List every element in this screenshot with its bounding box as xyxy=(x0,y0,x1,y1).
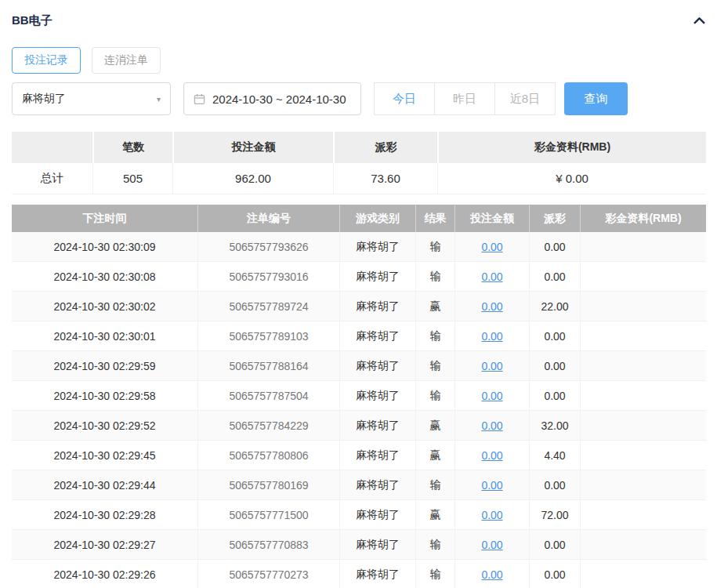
payout-cell: 0.00 xyxy=(529,321,580,350)
bet-id-cell: 5065757788164 xyxy=(197,351,339,380)
query-button[interactable]: 查询 xyxy=(564,82,628,115)
summary-total-payout: 73.60 xyxy=(333,163,437,194)
bet-amount-cell: 0.00 xyxy=(454,530,529,559)
bet-time-cell: 2024-10-30 02:29:26 xyxy=(12,560,197,588)
bet-amount-link[interactable]: 0.00 xyxy=(481,390,502,402)
chevron-down-icon: ▾ xyxy=(157,95,161,103)
bonus-cell xyxy=(580,500,706,529)
date-range-picker[interactable]: 2024-10-30 ~ 2024-10-30 xyxy=(183,82,361,115)
bet-time-cell: 2024-10-30 02:29:28 xyxy=(12,500,197,529)
quick-yesterday-button[interactable]: 昨日 xyxy=(434,82,495,115)
summary-header-empty xyxy=(12,132,92,163)
payout-cell: 0.00 xyxy=(529,470,580,499)
bet-amount-link[interactable]: 0.00 xyxy=(481,330,502,343)
game-type-cell: 麻将胡了 xyxy=(339,441,415,470)
panel-header: BB电子 xyxy=(12,13,706,28)
collapse-chevron-up-icon[interactable] xyxy=(693,14,706,27)
bet-time-cell: 2024-10-30 02:30:02 xyxy=(12,292,197,321)
bonus-cell xyxy=(580,351,706,380)
game-type-select[interactable]: 麻将胡了 ▾ xyxy=(12,82,171,115)
game-type-select-value: 麻将胡了 xyxy=(22,92,66,106)
bet-amount-link[interactable]: 0.00 xyxy=(481,509,502,521)
bb-electronics-panel: BB电子 投注记录 连消注单 麻将胡了 ▾ 2024-10-30 ~ xyxy=(0,0,717,588)
bet-time-cell: 2024-10-30 02:29:58 xyxy=(12,381,197,410)
table-row: 2024-10-30 02:29:28 5065757771500 麻将胡了 赢… xyxy=(12,500,706,530)
result-cell: 赢 xyxy=(415,411,454,440)
bet-amount-link[interactable]: 0.00 xyxy=(481,539,502,551)
payout-cell: 0.00 xyxy=(529,351,580,380)
header-bet-amount: 投注金额 xyxy=(454,205,529,232)
summary-header-row: 笔数 投注金额 派彩 彩金资料(RMB) xyxy=(12,132,706,163)
table-row: 2024-10-30 02:29:26 5065757770273 麻将胡了 输… xyxy=(12,560,706,588)
payout-cell: 72.00 xyxy=(529,500,580,529)
bet-amount-link[interactable]: 0.00 xyxy=(481,360,502,372)
bonus-cell xyxy=(580,530,706,559)
date-range-value: 2024-10-30 ~ 2024-10-30 xyxy=(212,93,346,106)
table-row: 2024-10-30 02:29:45 5065757780806 麻将胡了 赢… xyxy=(12,441,706,470)
bet-id-cell: 5065757784229 xyxy=(197,411,339,440)
table-row: 2024-10-30 02:30:09 5065757793626 麻将胡了 输… xyxy=(12,232,706,262)
bet-amount-cell: 0.00 xyxy=(454,381,529,410)
bet-amount-link[interactable]: 0.00 xyxy=(481,241,502,253)
bet-time-cell: 2024-10-30 02:29:45 xyxy=(12,441,197,470)
bet-id-cell: 5065757770273 xyxy=(197,560,339,588)
game-type-cell: 麻将胡了 xyxy=(339,530,415,559)
payout-cell: 0.00 xyxy=(529,232,580,261)
summary-total-count: 505 xyxy=(92,163,172,194)
table-row: 2024-10-30 02:29:59 5065757788164 麻将胡了 输… xyxy=(12,351,706,381)
table-row: 2024-10-30 02:30:02 5065757789724 麻将胡了 赢… xyxy=(12,292,706,321)
header-bonus: 彩金资料(RMB) xyxy=(580,205,706,232)
game-type-cell: 麻将胡了 xyxy=(339,470,415,499)
page-title: BB电子 xyxy=(12,13,53,28)
game-type-cell: 麻将胡了 xyxy=(339,381,415,410)
header-payout: 派彩 xyxy=(529,205,580,232)
header-game-type: 游戏类别 xyxy=(339,205,415,232)
bet-amount-link[interactable]: 0.00 xyxy=(481,300,502,313)
quick-range-group: 今日 昨日 近8日 xyxy=(374,82,556,115)
summary-header-bet-amount: 投注金额 xyxy=(172,132,333,163)
game-type-cell: 麻将胡了 xyxy=(339,232,415,261)
quick-today-button[interactable]: 今日 xyxy=(374,82,435,115)
bet-time-cell: 2024-10-30 02:30:09 xyxy=(12,232,197,261)
result-cell: 输 xyxy=(415,232,454,261)
bet-table: 下注时间 注单编号 游戏类别 结果 投注金额 派彩 彩金资料(RMB) 2024… xyxy=(12,205,706,588)
table-row: 2024-10-30 02:30:01 5065757789103 麻将胡了 输… xyxy=(12,321,706,351)
bonus-cell xyxy=(580,232,706,261)
summary-header-count: 笔数 xyxy=(92,132,172,163)
bet-amount-link[interactable]: 0.00 xyxy=(481,479,502,492)
bet-amount-link[interactable]: 0.00 xyxy=(481,270,502,283)
result-cell: 输 xyxy=(415,560,454,588)
game-type-cell: 麻将胡了 xyxy=(339,321,415,350)
filter-row: 麻将胡了 ▾ 2024-10-30 ~ 2024-10-30 今日 昨日 近8日… xyxy=(12,82,706,115)
result-cell: 输 xyxy=(415,530,454,559)
game-type-cell: 麻将胡了 xyxy=(339,411,415,440)
bet-amount-cell: 0.00 xyxy=(454,470,529,499)
payout-cell: 0.00 xyxy=(529,381,580,410)
game-type-cell: 麻将胡了 xyxy=(339,351,415,380)
bet-time-cell: 2024-10-30 02:29:52 xyxy=(12,411,197,440)
payout-cell: 0.00 xyxy=(529,560,580,588)
bet-amount-cell: 0.00 xyxy=(454,411,529,440)
bet-id-cell: 5065757789103 xyxy=(197,321,339,350)
table-row: 2024-10-30 02:29:27 5065757770883 麻将胡了 输… xyxy=(12,530,706,560)
bet-amount-link[interactable]: 0.00 xyxy=(481,568,502,581)
bet-id-cell: 5065757793016 xyxy=(197,262,339,291)
result-cell: 输 xyxy=(415,470,454,499)
result-cell: 输 xyxy=(415,262,454,291)
game-type-cell: 麻将胡了 xyxy=(339,292,415,321)
bet-table-header-row: 下注时间 注单编号 游戏类别 结果 投注金额 派彩 彩金资料(RMB) xyxy=(12,205,706,232)
tab-chain-cancel-bets[interactable]: 连消注单 xyxy=(92,47,161,74)
bet-amount-cell: 0.00 xyxy=(454,321,529,350)
bet-amount-cell: 0.00 xyxy=(454,560,529,588)
bet-amount-link[interactable]: 0.00 xyxy=(481,449,502,462)
bet-amount-link[interactable]: 0.00 xyxy=(481,419,502,432)
payout-cell: 32.00 xyxy=(529,411,580,440)
bonus-cell xyxy=(580,381,706,410)
bonus-cell xyxy=(580,470,706,499)
tab-bet-records[interactable]: 投注记录 xyxy=(12,47,81,74)
calendar-icon xyxy=(194,93,205,105)
table-row: 2024-10-30 02:30:08 5065757793016 麻将胡了 输… xyxy=(12,262,706,292)
bet-time-cell: 2024-10-30 02:30:08 xyxy=(12,262,197,291)
quick-last8days-button[interactable]: 近8日 xyxy=(494,82,556,115)
bonus-cell xyxy=(580,262,706,291)
